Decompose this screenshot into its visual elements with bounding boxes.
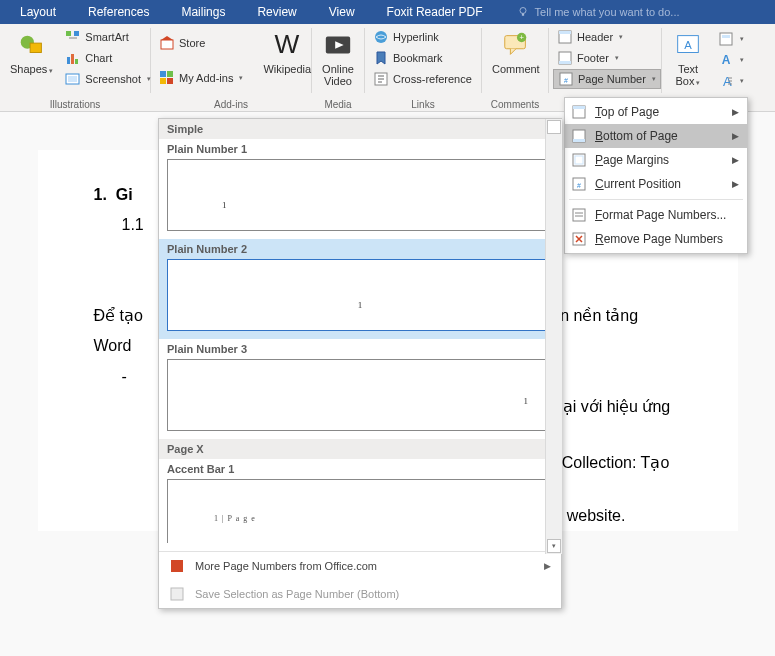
format-pn-icon: [571, 207, 587, 223]
shapes-icon: [16, 29, 48, 61]
bookmark-icon: [373, 50, 389, 66]
doc-text-detao: Để tạo: [94, 307, 143, 324]
accent1-caption: Accent Bar 1: [165, 463, 555, 479]
menu-margins-label: age Margins: [603, 153, 669, 167]
svg-rect-15: [167, 78, 173, 84]
crossref-button[interactable]: Cross-reference: [369, 69, 476, 89]
wikipedia-button[interactable]: W Wikipedia: [257, 27, 317, 77]
crossref-label: Cross-reference: [393, 73, 472, 85]
textbox-label2: Box: [676, 75, 695, 87]
hyperlink-button[interactable]: Hyperlink: [369, 27, 476, 47]
header-button[interactable]: Header▾: [553, 27, 661, 47]
textbox-button[interactable]: A TextBox▾: [666, 27, 710, 91]
scrollbar-thumb[interactable]: [547, 120, 561, 134]
svg-point-19: [375, 31, 387, 43]
svg-text:#: #: [577, 182, 581, 189]
smartart-icon: [65, 29, 81, 45]
office-icon: [169, 558, 185, 574]
plain2-caption: Plain Number 2: [165, 243, 555, 259]
footer-button[interactable]: Footer▾: [553, 48, 661, 68]
quickparts-icon: [718, 31, 734, 47]
myaddins-button[interactable]: My Add-ins▾: [155, 68, 247, 88]
screenshot-label: Screenshot: [85, 73, 141, 85]
gallery-plain-number-1[interactable]: Plain Number 1 1: [159, 139, 561, 239]
menu-current-position[interactable]: # Current Position ▶: [565, 172, 747, 196]
online-video-label2: Video: [324, 75, 352, 87]
myaddins-label: My Add-ins: [179, 72, 233, 84]
menubar: Layout References Mailings Review View F…: [0, 0, 775, 24]
online-video-label1: Online: [322, 63, 354, 75]
quickparts-button[interactable]: ▾: [714, 29, 748, 49]
group-links-label: Links: [365, 97, 481, 111]
tab-view[interactable]: View: [313, 0, 371, 24]
plain1-caption: Plain Number 1: [165, 143, 555, 159]
svg-rect-4: [66, 31, 71, 36]
chart-button[interactable]: Chart: [61, 48, 155, 68]
page-margins-icon: [571, 152, 587, 168]
tab-review[interactable]: Review: [241, 0, 312, 24]
gallery-plain-number-3[interactable]: Plain Number 3 1: [159, 339, 561, 439]
svg-rect-37: [573, 106, 585, 109]
page-number-label: Page Number: [578, 73, 646, 85]
shapes-button[interactable]: Shapes▾: [4, 27, 59, 79]
svg-text:#: #: [564, 77, 568, 84]
dropcap-icon: A: [718, 73, 734, 89]
gallery-section-simple: Simple: [159, 119, 561, 139]
svg-rect-5: [74, 31, 79, 36]
wordart-icon: A: [718, 52, 734, 68]
tell-me[interactable]: Tell me what you want to do...: [499, 6, 680, 18]
gallery-section-pagex: Page X: [159, 439, 561, 459]
tab-mailings[interactable]: Mailings: [165, 0, 241, 24]
gallery-more-office[interactable]: More Page Numbers from Office.com ▶: [159, 552, 561, 580]
tab-foxit[interactable]: Foxit Reader PDF: [371, 0, 499, 24]
gallery-plain-number-2[interactable]: Plain Number 2 1: [159, 239, 561, 339]
svg-rect-39: [573, 139, 585, 142]
menu-top-of-page[interactable]: Top of Page ▶: [565, 100, 747, 124]
smartart-label: SmartArt: [85, 31, 128, 43]
menu-bottom-of-page[interactable]: Bottom of Page ▶: [565, 124, 747, 148]
wikipedia-icon: W: [271, 29, 303, 61]
comment-icon: +: [500, 29, 532, 61]
svg-rect-12: [160, 71, 166, 77]
page-number-icon: #: [558, 71, 574, 87]
textbox-icon: A: [672, 29, 704, 61]
gallery-accent-bar-1[interactable]: Accent Bar 1 1 | P a g e: [159, 459, 561, 551]
tab-layout[interactable]: Layout: [4, 0, 72, 24]
tab-references[interactable]: References: [72, 0, 165, 24]
menu-format-page-numbers[interactable]: Format Page Numbers...: [565, 203, 747, 227]
online-video-button[interactable]: OnlineVideo: [316, 27, 360, 89]
smartart-button[interactable]: SmartArt: [61, 27, 155, 47]
bookmark-button[interactable]: Bookmark: [369, 48, 476, 68]
scrollbar-down[interactable]: ▾: [547, 539, 561, 553]
gallery-save-selection: Save Selection as Page Number (Bottom): [159, 580, 561, 608]
screenshot-icon: [65, 71, 81, 87]
footer-icon: [557, 50, 573, 66]
menu-remove-page-numbers[interactable]: Remove Page Numbers: [565, 227, 747, 251]
menu-top-label: op of Page: [601, 105, 659, 119]
svg-rect-1: [521, 14, 523, 16]
wordart-button[interactable]: A▾: [714, 50, 748, 70]
store-button[interactable]: Store: [155, 33, 247, 53]
menu-remove-label: emove Page Numbers: [604, 232, 723, 246]
svg-point-0: [520, 8, 526, 14]
svg-rect-27: [559, 61, 571, 64]
gallery-scrollbar[interactable]: ▾: [545, 119, 562, 554]
bottom-of-page-icon: [571, 128, 587, 144]
current-position-icon: #: [571, 176, 587, 192]
comment-button[interactable]: + Comment: [486, 27, 546, 77]
menu-page-margins[interactable]: Page Margins ▶: [565, 148, 747, 172]
group-addins-label: Add-ins: [151, 97, 311, 111]
textbox-label1: Text: [678, 63, 698, 75]
svg-rect-47: [171, 588, 183, 600]
dropcap-button[interactable]: A▾: [714, 71, 748, 91]
page-number-menu: Top of Page ▶ Bottom of Page ▶ Page Marg…: [564, 97, 748, 254]
screenshot-button[interactable]: Screenshot▾: [61, 69, 155, 89]
hyperlink-icon: [373, 29, 389, 45]
svg-text:A: A: [684, 39, 692, 51]
menu-format-label: ormat Page Numbers...: [602, 208, 726, 222]
menu-divider: [569, 199, 743, 200]
svg-text:W: W: [275, 30, 300, 59]
heading-text: Gi: [116, 186, 133, 203]
tell-me-text: Tell me what you want to do...: [535, 6, 680, 18]
page-number-button[interactable]: # Page Number▾: [553, 69, 661, 89]
